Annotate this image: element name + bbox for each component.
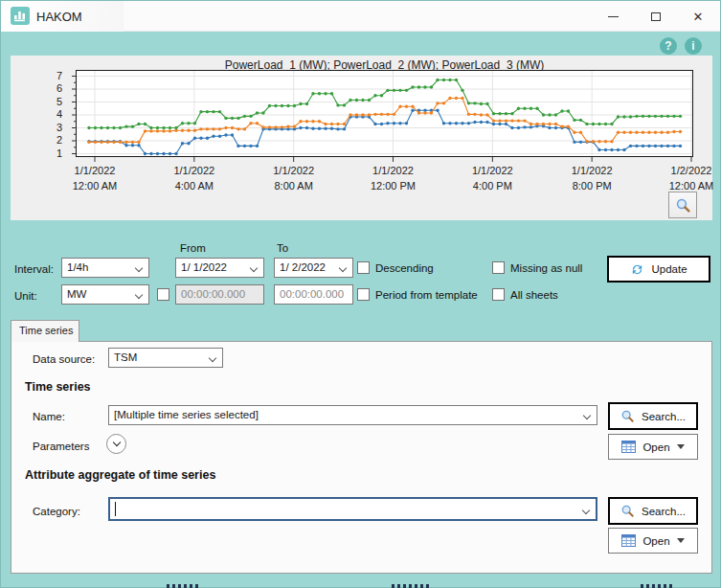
chart-zoom-button[interactable] [668,192,697,218]
x-axis-tick-label: 1/2/202212:00 AM [661,164,721,194]
x-axis-tick-label: 1/1/20228:00 AM [263,164,325,194]
to-label: To [277,242,288,254]
unit-value: MW [67,288,86,300]
category-open-button[interactable]: Open [608,528,698,554]
attribute-aggregate-heading: Attribute aggregate of time series [25,468,215,482]
help-icon[interactable]: ? [660,37,677,55]
data-source-label: Data source: [33,353,95,365]
app-window: HAKOM ✕ ? i PowerLoad_1 (MW); PowerLoad_… [0,0,721,588]
all-sheets-label: All sheets [510,289,558,301]
chevron-down-icon [112,439,120,446]
y-axis-tick-label: 5 [45,96,62,107]
use-time-checkbox[interactable] [157,288,169,301]
maximize-icon [651,12,661,21]
chevron-down-icon [209,354,216,362]
app-logo-icon [11,7,30,25]
category-search-button[interactable]: Search... [608,497,698,525]
open-label: Open [642,441,669,453]
data-source-value: TSM [114,351,137,363]
background-clipped-text [392,584,429,588]
chevron-down-icon [250,264,258,272]
table-icon [621,534,636,547]
x-axis-tick-label: 1/1/20224:00 PM [462,164,523,194]
x-axis-tick-label: 1/1/202212:00 PM [363,164,424,194]
table-icon [621,441,636,453]
period-from-template-checkbox[interactable] [357,288,370,301]
time-series-plot[interactable] [68,70,699,166]
magnifier-icon [675,197,691,214]
update-button[interactable]: Update [607,256,710,283]
descending-checkbox[interactable] [357,261,370,274]
data-source-combobox[interactable]: TSM [108,348,223,368]
category-label: Category: [33,506,80,517]
info-icon[interactable]: i [685,37,702,55]
unit-label: Unit: [14,290,37,302]
open-label: Open [642,535,669,547]
minimize-button[interactable] [592,1,634,32]
parameters-expander-button[interactable] [106,434,126,454]
text-caret [115,502,116,516]
unit-combobox[interactable]: MW [61,284,149,305]
interval-label: Interval: [14,263,54,275]
descending-label: Descending [375,262,434,274]
close-button[interactable]: ✕ [677,1,719,32]
time-from-field[interactable]: 00:00:00.000 [175,284,264,305]
y-axis-tick-label: 7 [45,70,62,81]
parameters-label: Parameters [33,441,89,452]
missing-as-null-checkbox[interactable] [492,261,505,274]
chevron-down-icon [135,291,143,299]
interval-value: 1/4h [67,261,88,273]
period-from-template-label: Period from template [375,289,478,301]
name-label: Name: [33,411,65,422]
chevron-down-icon [135,264,143,272]
y-axis-tick-label: 1 [45,147,62,159]
search-icon [620,504,635,518]
from-label: From [180,242,206,254]
title-bar: HAKOM ✕ [1,1,720,32]
from-date-value: 1/ 1/2022 [181,261,227,273]
update-label: Update [651,263,687,275]
y-axis-tick-label: 2 [45,134,62,146]
tab-time-series[interactable]: Time series [11,320,79,342]
open-button[interactable]: Open [608,434,698,460]
chevron-down-icon [583,412,591,419]
y-axis-tick-label: 3 [45,122,62,133]
name-value: [Multiple time series selected] [114,409,259,420]
all-sheets-checkbox[interactable] [492,288,505,301]
search-label: Search... [642,506,686,517]
close-icon: ✕ [693,11,704,23]
search-button[interactable]: Search... [608,402,698,430]
to-date-value: 1/ 2/2022 [280,261,326,273]
search-label: Search... [642,411,686,422]
background-clipped-text [641,584,673,588]
chevron-down-icon [339,264,347,272]
sync-icon [630,262,644,277]
chevron-down-icon [582,507,590,514]
maximize-button[interactable] [635,1,677,32]
y-axis-tick-label: 6 [45,82,62,94]
interval-combobox[interactable]: 1/4h [61,258,149,278]
background-clipped-text [167,584,199,588]
to-date-picker[interactable]: 1/ 2/2022 [274,258,353,278]
time-series-heading: Time series [25,380,91,394]
minimize-icon [608,16,619,17]
x-axis-tick-label: 1/1/20224:00 AM [164,164,225,194]
x-axis-tick-label: 1/1/20228:00 PM [561,164,622,194]
x-axis-tick-label: 1/1/202212:00 AM [64,164,125,194]
missing-as-null-label: Missing as null [510,262,582,274]
dropdown-arrow-icon [677,444,685,449]
chart-panel: PowerLoad_1 (MW); PowerLoad_2 (MW); Powe… [11,56,712,220]
y-axis-tick-label: 4 [45,108,62,120]
name-combobox[interactable]: [Multiple time series selected] [108,405,597,425]
from-date-picker[interactable]: 1/ 1/2022 [175,258,264,278]
category-combobox[interactable] [108,497,597,521]
window-title: HAKOM [36,10,82,24]
dropdown-arrow-icon [677,538,685,543]
search-icon [620,409,635,423]
time-to-field[interactable]: 00:00:00.000 [274,284,353,305]
